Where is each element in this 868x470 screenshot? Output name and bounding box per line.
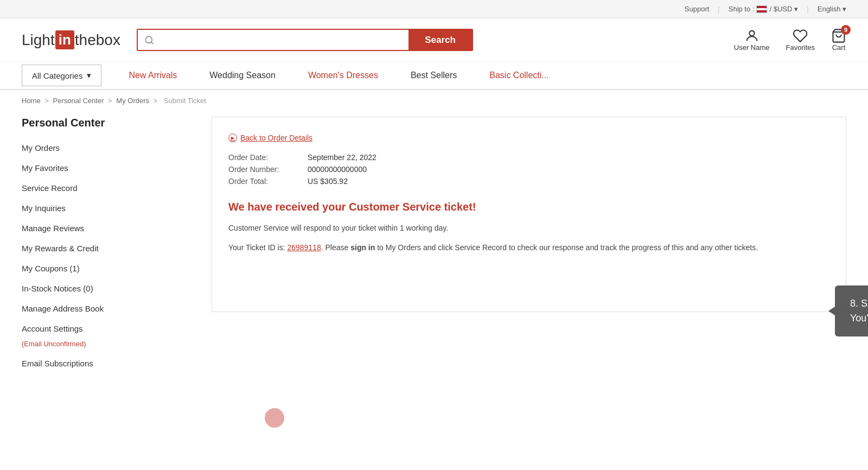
sidebar-item-manage-address[interactable]: Manage Address Book bbox=[22, 298, 195, 319]
tooltip: 8. Submitted Successfully! You'll receiv… bbox=[835, 285, 868, 336]
success-body: Customer Service will respond to your ti… bbox=[228, 222, 829, 255]
search-input[interactable] bbox=[161, 30, 409, 50]
order-total-value: US $305.92 bbox=[308, 177, 348, 186]
content-area: ► Back to Order Details Order Date: Sept… bbox=[212, 117, 846, 312]
search-icon-wrap bbox=[138, 30, 161, 50]
ticket-prefix: Your Ticket ID is: bbox=[228, 243, 287, 252]
support-link[interactable]: Support bbox=[685, 5, 710, 13]
sidebar-item-account-settings[interactable]: Account Settings bbox=[22, 319, 195, 339]
tooltip-line1: 8. Submitted Successfully! bbox=[850, 296, 868, 311]
sidebar-title: Personal Center bbox=[22, 117, 195, 129]
sidebar-item-email-unconfirmed: (Email Unconfirmed) bbox=[22, 339, 195, 353]
divider1: | bbox=[718, 5, 719, 13]
search-bar: Search bbox=[137, 29, 473, 51]
success-heading: We have received your Customer Service t… bbox=[228, 201, 829, 213]
response-text: Customer Service will respond to your ti… bbox=[228, 222, 829, 235]
all-categories-label: All Categories bbox=[32, 71, 82, 80]
favorites-label: Favorites bbox=[786, 43, 815, 52]
us-flag-icon bbox=[756, 5, 767, 13]
back-link-label: Back to Order Details bbox=[240, 134, 312, 142]
currency-label: / $USD bbox=[769, 5, 792, 13]
language-label: English bbox=[818, 5, 841, 13]
user-menu[interactable]: User Name bbox=[734, 28, 770, 52]
language-selector[interactable]: English ▾ bbox=[818, 5, 846, 13]
sidebar-item-my-favorites[interactable]: My Favorites bbox=[22, 158, 195, 178]
order-number-row: Order Number: 00000000000000 bbox=[228, 165, 829, 174]
ship-to-label: Ship to : bbox=[729, 5, 755, 13]
ticket-trail: to My Orders and click Service Record to… bbox=[375, 243, 758, 252]
user-icon bbox=[744, 28, 760, 43]
tooltip-line2: You'll receive the reply in 24 hours. bbox=[850, 311, 868, 326]
svg-point-2 bbox=[749, 31, 754, 36]
main-content: Personal Center My Orders My Favorites S… bbox=[0, 111, 868, 395]
order-number-label: Order Number: bbox=[228, 165, 299, 174]
breadcrumb-sep2: > bbox=[108, 97, 114, 105]
nav-bar: All Categories ▾ New Arrivals Wedding Se… bbox=[0, 62, 868, 90]
sidebar-item-in-stock-notices[interactable]: In-Stock Notices (0) bbox=[22, 278, 195, 298]
top-bar: Support | Ship to : / $USD ▾ | English ▾ bbox=[0, 0, 868, 18]
heart-icon bbox=[793, 28, 808, 43]
order-total-row: Order Total: US $305.92 bbox=[228, 177, 829, 186]
cart-menu[interactable]: 9 Cart bbox=[831, 28, 846, 52]
order-date-label: Order Date: bbox=[228, 153, 299, 162]
language-chevron-icon: ▾ bbox=[843, 5, 846, 13]
cart-label: Cart bbox=[832, 43, 846, 52]
nav-link-womens-dresses[interactable]: Women's Dresses bbox=[292, 71, 394, 80]
ticket-id-link[interactable]: 26989118 bbox=[287, 243, 321, 252]
search-icon bbox=[144, 35, 154, 45]
header-icons: User Name Favorites 9 Cart bbox=[734, 28, 846, 52]
ticket-suffix: . Please bbox=[321, 243, 350, 252]
breadcrumb-my-orders[interactable]: My Orders bbox=[116, 97, 149, 105]
nav-link-best-sellers[interactable]: Best Sellers bbox=[394, 71, 473, 80]
nav-link-new-arrivals[interactable]: New Arrivals bbox=[112, 71, 193, 80]
order-date-row: Order Date: September 22, 2022 bbox=[228, 153, 829, 162]
back-to-order-link[interactable]: ► Back to Order Details bbox=[228, 134, 829, 142]
all-categories-chevron-icon: ▾ bbox=[87, 71, 91, 80]
logo-thebox: thebox bbox=[75, 31, 120, 49]
order-number-value: 00000000000000 bbox=[308, 165, 367, 174]
breadcrumb-sep3: > bbox=[154, 97, 159, 105]
breadcrumb-personal-center[interactable]: Personal Center bbox=[53, 97, 104, 105]
sidebar-item-manage-reviews[interactable]: Manage Reviews bbox=[22, 218, 195, 238]
nav-link-wedding-season[interactable]: Wedding Season bbox=[193, 71, 292, 80]
back-arrow-icon: ► bbox=[228, 134, 237, 142]
all-categories-button[interactable]: All Categories ▾ bbox=[22, 65, 101, 86]
sidebar-item-my-inquiries[interactable]: My Inquiries bbox=[22, 198, 195, 218]
nav-link-basic-collection[interactable]: Basic Collecti... bbox=[473, 71, 565, 80]
order-info-table: Order Date: September 22, 2022 Order Num… bbox=[228, 153, 829, 186]
divider2: | bbox=[807, 5, 808, 13]
logo[interactable]: Lightinthebox bbox=[22, 30, 120, 49]
sidebar-item-account-settings-group: Account Settings (Email Unconfirmed) bbox=[22, 319, 195, 353]
order-date-value: September 22, 2022 bbox=[308, 153, 376, 162]
header: Lightinthebox Search User Name Favorites bbox=[0, 18, 868, 62]
user-label: User Name bbox=[734, 43, 770, 52]
sidebar-item-my-rewards[interactable]: My Rewards & Credit bbox=[22, 238, 195, 258]
sidebar-item-service-record[interactable]: Service Record bbox=[22, 178, 195, 198]
breadcrumb-home[interactable]: Home bbox=[22, 97, 41, 105]
sidebar-item-my-coupons[interactable]: My Coupons (1) bbox=[22, 258, 195, 278]
svg-line-1 bbox=[151, 42, 152, 43]
logo-in: in bbox=[55, 30, 74, 49]
breadcrumb-sep1: > bbox=[44, 97, 50, 105]
sidebar-item-my-orders[interactable]: My Orders bbox=[22, 138, 195, 158]
ticket-info: Your Ticket ID is: 26989118. Please sign… bbox=[228, 242, 829, 255]
breadcrumb-submit-ticket: Submit Ticket bbox=[164, 97, 206, 105]
currency-chevron-icon: ▾ bbox=[794, 5, 798, 13]
favorites-menu[interactable]: Favorites bbox=[786, 28, 815, 52]
ship-to[interactable]: Ship to : / $USD ▾ bbox=[729, 5, 799, 13]
sign-in-link[interactable]: sign in bbox=[350, 243, 375, 252]
nav-links: New Arrivals Wedding Season Women's Dres… bbox=[112, 71, 565, 80]
cart-badge: 9 bbox=[841, 25, 851, 35]
search-button[interactable]: Search bbox=[409, 30, 472, 50]
sidebar: Personal Center My Orders My Favorites S… bbox=[22, 117, 195, 373]
breadcrumb: Home > Personal Center > My Orders > Sub… bbox=[0, 90, 868, 111]
sidebar-item-email-subscriptions[interactable]: Email Subscriptions bbox=[22, 353, 195, 373]
order-total-label: Order Total: bbox=[228, 177, 299, 186]
logo-light: Light bbox=[22, 31, 55, 49]
